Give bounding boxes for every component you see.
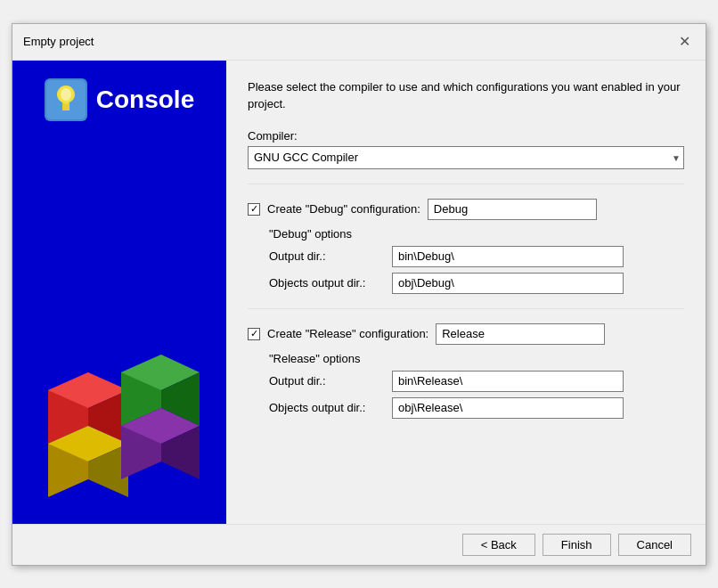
debug-config-section: Create "Debug" configuration: "Debug" op… — [248, 199, 684, 294]
cancel-button[interactable]: Cancel — [618, 534, 691, 556]
right-panel: Please select the compiler to use and wh… — [226, 61, 706, 524]
debug-output-dir-row: Output dir.: — [269, 246, 684, 267]
release-config-name-input[interactable] — [436, 323, 605, 345]
left-panel: Console — [12, 61, 226, 524]
dialog-footer: < Back Finish Cancel — [12, 524, 706, 565]
title-bar: Empty project ✕ — [12, 24, 706, 61]
release-config-row: Create "Release" configuration: — [248, 323, 684, 345]
svg-point-2 — [61, 88, 71, 101]
debug-output-dir-input[interactable] — [392, 246, 624, 267]
compiler-group: Compiler: GNU GCC Compiler ▼ — [248, 129, 684, 169]
debug-config-row: Create "Debug" configuration: — [248, 199, 684, 220]
back-button[interactable]: < Back — [462, 534, 535, 556]
release-config-label: Create "Release" configuration: — [267, 327, 428, 340]
debug-options-title: "Debug" options — [269, 227, 684, 241]
debug-config-name-input[interactable] — [428, 199, 597, 220]
debug-options: "Debug" options Output dir.: Objects out… — [269, 227, 684, 294]
release-output-dir-label: Output dir.: — [269, 374, 385, 388]
description-text: Please select the compiler to use and wh… — [248, 78, 684, 113]
compiler-select[interactable]: GNU GCC Compiler — [248, 146, 684, 169]
shell-icon — [45, 78, 87, 121]
release-options: "Release" options Output dir.: Objects o… — [269, 352, 684, 419]
empty-project-dialog: Empty project ✕ Console — [12, 23, 706, 566]
debug-objects-dir-label: Objects output dir.: — [269, 276, 385, 290]
separator-1 — [248, 184, 684, 184]
release-output-dir-input[interactable] — [392, 371, 624, 392]
release-objects-dir-input[interactable] — [392, 397, 624, 419]
compiler-label: Compiler: — [248, 129, 684, 143]
app-name-label: Console — [96, 86, 194, 114]
release-objects-dir-label: Objects output dir.: — [269, 401, 385, 414]
debug-config-label: Create "Debug" configuration: — [267, 202, 420, 216]
dialog-title: Empty project — [23, 35, 94, 48]
separator-2 — [248, 308, 684, 309]
compiler-combo-wrapper: GNU GCC Compiler ▼ — [248, 146, 684, 169]
release-objects-dir-row: Objects output dir.: — [269, 397, 684, 419]
cubes-illustration — [39, 355, 200, 497]
dialog-body: Console — [12, 61, 706, 524]
release-config-section: Create "Release" configuration: "Release… — [248, 323, 684, 419]
debug-objects-dir-input[interactable] — [392, 273, 624, 294]
debug-objects-dir-row: Objects output dir.: — [269, 273, 684, 294]
finish-button[interactable]: Finish — [543, 534, 611, 556]
cubes-svg — [39, 355, 200, 497]
close-button[interactable]: ✕ — [673, 31, 695, 53]
console-header: Console — [45, 78, 194, 121]
release-options-title: "Release" options — [269, 352, 684, 365]
release-checkbox[interactable] — [248, 328, 260, 340]
debug-checkbox[interactable] — [248, 203, 260, 216]
debug-output-dir-label: Output dir.: — [269, 249, 385, 263]
release-output-dir-row: Output dir.: — [269, 371, 684, 392]
